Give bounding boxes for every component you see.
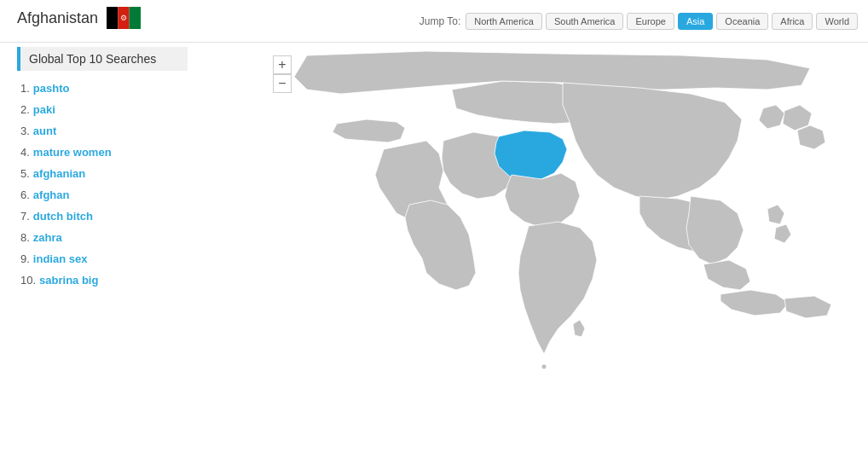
turkey-path[interactable] (333, 119, 405, 142)
list-item: 7.dutch bitch (17, 206, 188, 227)
nav-btn-south-america[interactable]: South America (546, 13, 624, 30)
china-path[interactable] (563, 83, 742, 200)
list-item: 6.afghan (17, 184, 188, 206)
philippines-path[interactable] (767, 205, 784, 224)
sidebar-title: Global Top 10 Searches (17, 47, 188, 71)
nav-btn-africa[interactable]: Africa (772, 13, 813, 30)
list-item: 2.paki (17, 99, 188, 120)
list-item: 5.afghanian (17, 163, 188, 184)
nav-btn-europe[interactable]: Europe (627, 13, 674, 30)
zoom-in-button[interactable]: + (273, 55, 292, 74)
nav-buttons: North America South America Europe Asia … (466, 13, 858, 30)
search-term-link[interactable]: sabrina big (39, 274, 98, 287)
india-path[interactable] (518, 222, 597, 354)
map-area (256, 47, 868, 452)
list-item: 1.pashto (17, 78, 188, 99)
search-term-link[interactable]: pashto (33, 82, 70, 95)
jump-to-label: Jump To: (420, 15, 460, 27)
indonesia2-path[interactable] (784, 296, 831, 318)
list-item: 10.sabrina big (17, 269, 188, 291)
svg-text:⚙: ⚙ (120, 14, 127, 22)
search-term-link[interactable]: afghanian (33, 167, 85, 180)
zoom-out-button[interactable]: − (273, 74, 292, 93)
list-item: 8.zahra (17, 227, 188, 248)
country-header: Afghanistan ⚙ (17, 7, 141, 29)
pakistan-path[interactable] (505, 173, 580, 228)
arabia-path[interactable] (405, 200, 476, 290)
philippines2-path[interactable] (774, 224, 791, 243)
search-term-link[interactable]: aunt (33, 125, 56, 137)
search-term-link[interactable]: zahra (33, 231, 62, 244)
list-item: 9.indian sex (17, 248, 188, 269)
nav-btn-asia[interactable]: Asia (678, 13, 713, 30)
indonesia1-path[interactable] (720, 290, 789, 316)
country-name: Afghanistan (17, 9, 98, 27)
search-term-link[interactable]: mature women (33, 146, 112, 159)
indochina-path[interactable] (686, 196, 744, 264)
japan2-path[interactable] (797, 125, 825, 149)
search-term-link[interactable]: afghan (33, 188, 70, 201)
list-item: 4.mature women (17, 142, 188, 163)
search-term-link[interactable]: paki (33, 103, 55, 116)
korea-path[interactable] (759, 105, 784, 129)
asia-map (256, 47, 868, 452)
search-term-link[interactable]: dutch bitch (33, 210, 93, 223)
list-item: 3.aunt (17, 120, 188, 142)
svg-rect-0 (107, 7, 118, 29)
malaysia-path[interactable] (703, 260, 750, 290)
sidebar: Global Top 10 Searches 1.pashto 2.paki 3… (17, 47, 188, 291)
nav-btn-oceania[interactable]: Oceania (716, 13, 768, 30)
nav-btn-world[interactable]: World (816, 13, 858, 30)
country-flag: ⚙ (107, 7, 141, 29)
svg-rect-2 (130, 7, 141, 29)
srilanka-path[interactable] (573, 320, 585, 337)
nav-btn-north-america[interactable]: North America (466, 13, 542, 30)
search-term-link[interactable]: indian sex (33, 252, 88, 265)
search-list: 1.pashto 2.paki 3.aunt 4.mature women 5.… (17, 78, 188, 291)
zoom-controls: + − (273, 55, 292, 93)
maldives-path[interactable] (541, 364, 547, 369)
